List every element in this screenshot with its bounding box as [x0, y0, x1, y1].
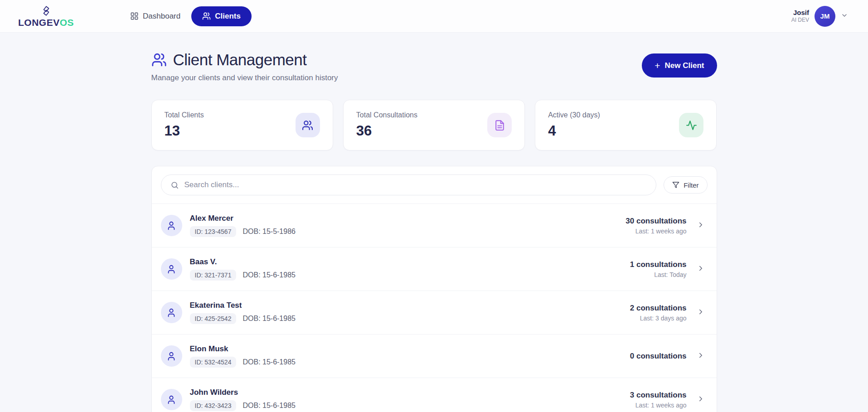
logo-wordmark: LONGEVOS — [18, 18, 74, 27]
plus-icon: + — [655, 61, 660, 70]
new-client-button[interactable]: + New Client — [642, 53, 717, 78]
client-id-badge: ID: 123-4567 — [190, 226, 237, 237]
stat-card-active-30-days: Active (30 days) 4 — [535, 100, 717, 150]
user-icon — [161, 345, 182, 367]
search-row: Filter — [152, 166, 717, 204]
user-name: Josif — [791, 9, 809, 17]
client-name: Ekaterina Test — [190, 301, 630, 310]
chevron-right-icon — [697, 395, 705, 405]
page-subtitle: Manage your clients and view their consu… — [151, 73, 338, 82]
user-icon — [161, 389, 182, 410]
client-row[interactable]: Baas V. ID: 321-7371 DOB: 15-6-1985 1 co… — [152, 247, 717, 291]
search-icon — [170, 181, 179, 189]
chevron-right-icon — [697, 308, 705, 318]
consultation-count: 1 consultations — [630, 260, 687, 269]
consultation-count: 3 consultations — [630, 391, 687, 400]
client-row[interactable]: Ekaterina Test ID: 425-2542 DOB: 15-6-19… — [152, 291, 717, 334]
client-dob: DOB: 15-5-1986 — [242, 228, 296, 236]
client-id-badge: ID: 425-2542 — [190, 313, 237, 324]
last-consultation: Last: 3 days ago — [630, 315, 687, 322]
top-navigation: LONGEVOS Dashboard Clients Josif AI DEV … — [0, 0, 868, 33]
client-row[interactable]: Alex Mercer ID: 123-4567 DOB: 15-5-1986 … — [152, 204, 717, 247]
activity-icon — [679, 113, 703, 137]
client-id-badge: ID: 532-4524 — [190, 357, 237, 368]
stat-card-total-consultations: Total Consultations 36 — [343, 100, 525, 150]
client-name: Baas V. — [190, 257, 630, 267]
avatar[interactable]: JM — [815, 6, 835, 27]
client-list: Alex Mercer ID: 123-4567 DOB: 15-5-1986 … — [152, 204, 717, 412]
client-name: John Wilders — [190, 388, 630, 397]
client-id-badge: ID: 432-3423 — [190, 400, 237, 411]
stats-row: Total Clients 13 Total Consultations 36 — [151, 100, 717, 150]
client-name: Alex Mercer — [190, 214, 626, 223]
chevron-right-icon — [697, 221, 705, 231]
last-consultation: Last: 1 weeks ago — [626, 228, 686, 235]
stat-value: 36 — [356, 123, 417, 139]
filter-funnel-icon — [672, 181, 679, 189]
user-icon — [161, 302, 182, 323]
search-input[interactable] — [184, 180, 647, 189]
users-icon — [151, 52, 167, 68]
client-dob: DOB: 15-6-1985 — [242, 402, 296, 410]
user-icon — [161, 258, 182, 280]
stat-value: 4 — [548, 123, 600, 139]
client-name: Elon Musk — [190, 344, 630, 354]
user-role: AI DEV — [791, 17, 809, 24]
last-consultation: Last: Today — [630, 271, 687, 278]
clients-panel: Filter Alex Mercer ID: 123-4567 DOB: 15-… — [151, 166, 717, 412]
stat-card-total-clients: Total Clients 13 — [151, 100, 333, 150]
nav-item-dashboard[interactable]: Dashboard — [124, 7, 187, 25]
file-text-icon — [487, 113, 512, 137]
client-row[interactable]: John Wilders ID: 432-3423 DOB: 15-6-1985… — [152, 378, 717, 412]
client-dob: DOB: 15-6-1985 — [242, 271, 296, 279]
client-id-badge: ID: 321-7371 — [190, 270, 237, 281]
search-box — [161, 174, 657, 195]
stat-label: Total Consultations — [356, 111, 417, 119]
stat-label: Active (30 days) — [548, 111, 600, 119]
client-dob: DOB: 15-6-1985 — [242, 358, 296, 366]
chevron-right-icon — [697, 351, 705, 361]
users-icon — [202, 12, 211, 20]
grid-icon — [130, 12, 139, 20]
consultation-count: 0 consultations — [630, 352, 687, 361]
app-logo[interactable]: LONGEVOS — [18, 5, 74, 27]
client-row[interactable]: Elon Musk ID: 532-4524 DOB: 15-6-1985 0 … — [152, 334, 717, 378]
filter-button[interactable]: Filter — [664, 176, 707, 194]
page-title: Client Management — [173, 51, 307, 69]
consultation-count: 30 consultations — [626, 217, 686, 226]
user-icon — [161, 215, 182, 236]
chevron-down-icon[interactable] — [841, 12, 848, 21]
users-icon — [296, 113, 320, 137]
chevron-right-icon — [697, 264, 705, 274]
nav-item-clients[interactable]: Clients — [191, 6, 252, 26]
stat-value: 13 — [165, 123, 204, 139]
primary-nav: Dashboard Clients — [124, 6, 252, 26]
page-header: Client Management Manage your clients an… — [151, 51, 717, 82]
consultation-count: 2 consultations — [630, 304, 687, 313]
nav-item-label: Clients — [215, 12, 241, 21]
user-menu[interactable]: Josif AI DEV JM — [791, 6, 848, 27]
client-management-page: Client Management Manage your clients an… — [151, 33, 717, 412]
nav-item-label: Dashboard — [143, 12, 180, 21]
stat-label: Total Clients — [165, 111, 204, 119]
logo-ribbon-icon — [39, 5, 53, 17]
last-consultation: Last: 1 weeks ago — [630, 402, 687, 409]
client-dob: DOB: 15-6-1985 — [242, 315, 296, 323]
